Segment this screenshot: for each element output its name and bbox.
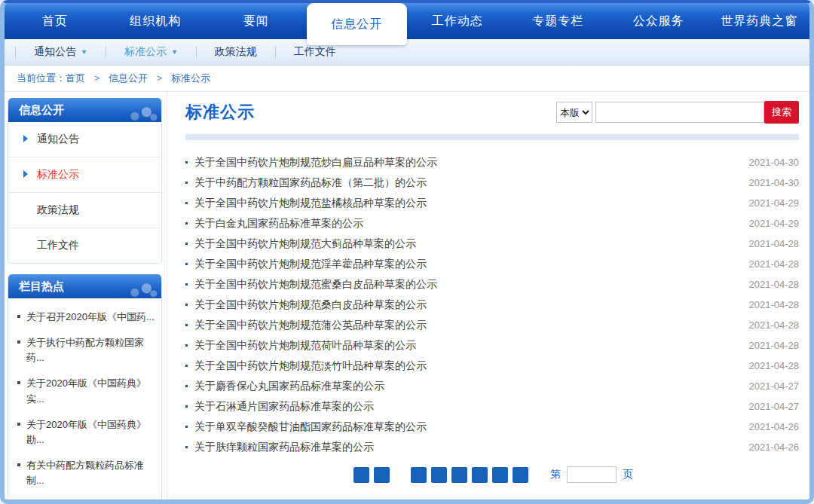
sub-nav-item-label: 标准公示	[124, 45, 167, 59]
sidebar-menu-item-label: 标准公示	[37, 168, 79, 180]
announcement-link[interactable]: 关于单双辛酸癸酸甘油酯国家药品标准草案的公示	[194, 420, 740, 434]
bullet-icon	[185, 405, 188, 408]
breadcrumb-link-current[interactable]: 标准公示	[171, 72, 210, 85]
announcement-link[interactable]: 关于全国中药饮片炮制规范荷叶品种草案的公示	[194, 339, 740, 353]
breadcrumb-separator: >	[94, 73, 99, 84]
pagination-button[interactable]	[472, 467, 488, 483]
announcement-link[interactable]: 关于中药配方颗粒国家药品标准（第二批）的公示	[194, 176, 740, 190]
sub-nav-item[interactable]: 标准公示 ▼	[106, 46, 196, 58]
announcement-date: 2021-04-28	[749, 299, 800, 310]
pagination-button[interactable]	[492, 467, 508, 483]
sidebar-menu-box: 信息公开 通知公告 标准公示 政策法规 工作文件	[8, 98, 162, 264]
announcement-link[interactable]: 关于全国中药饮片炮制规范蒲公英品种草案的公示	[194, 319, 740, 332]
sub-nav-item[interactable]: 通知公告 ▼	[15, 46, 106, 58]
hot-topic-link[interactable]: 有关中药配方颗粒药品标准制...	[16, 453, 157, 493]
bullet-icon	[185, 426, 188, 428]
header-separator	[185, 134, 799, 140]
announcement-date: 2021-04-27	[749, 380, 800, 392]
sidebar-menu-title: 信息公开	[8, 98, 161, 122]
sub-nav-item-label: 通知公告	[34, 45, 76, 59]
pagination: 第 页	[185, 466, 799, 483]
announcement-date: 2021-04-26	[749, 421, 800, 432]
arrow-right-icon	[23, 170, 28, 178]
announcement-row: 关于全国中药饮片炮制规范荷叶品种草案的公示 2021-04-28	[185, 335, 799, 356]
announcement-date: 2021-04-29	[749, 218, 800, 229]
bullet-icon	[185, 324, 188, 326]
announcement-link[interactable]: 关于全国中药饮片炮制规范淫羊藿品种草案的公示	[194, 258, 740, 271]
breadcrumb-link-info[interactable]: 信息公开	[109, 72, 148, 85]
pagination-button[interactable]	[451, 467, 467, 483]
top-nav-item[interactable]: 首页	[5, 3, 106, 39]
announcement-link[interactable]: 关于白金丸国家药品标准草案的公示	[194, 217, 740, 231]
search-scope-select[interactable]: 本版	[556, 102, 592, 123]
top-nav-item[interactable]: 要闻	[206, 3, 307, 39]
bullet-icon	[185, 283, 188, 286]
announcement-link[interactable]: 关于全国中药饮片炮制规范蜜桑白皮品种草案的公示	[194, 278, 740, 292]
hot-topic-link[interactable]: 关于2020年版《中国药典》勘...	[16, 412, 157, 453]
announcement-date: 2021-04-28	[749, 258, 800, 270]
announcement-link[interactable]: 关于全国中药饮片炮制规范大蓟品种草案的公示	[194, 237, 740, 251]
hot-topic-link[interactable]: 关于召开2020年版《中国药...	[16, 304, 157, 330]
search-input[interactable]	[595, 102, 764, 123]
sidebar-menu-item-label: 政策法规	[37, 203, 79, 215]
announcement-row: 关于全国中药饮片炮制规范淫羊藿品种草案的公示 2021-04-28	[185, 254, 799, 274]
bullet-icon	[185, 365, 188, 367]
announcement-row: 关于白金丸国家药品标准草案的公示 2021-04-29	[185, 213, 799, 234]
announcement-link[interactable]: 关于全国中药饮片炮制规范盐橘核品种草案的公示	[194, 197, 740, 210]
hot-topic-link[interactable]: 关于2020年版《中国药典》实...	[16, 371, 157, 411]
announcement-link[interactable]: 关于肤痒颗粒国家药品标准草案的公示	[194, 441, 740, 454]
announcement-link[interactable]: 关于全国中药饮片炮制规范桑白皮品种草案的公示	[194, 298, 740, 312]
hot-topic-label: 关于召开2020年版《中国药...	[26, 311, 155, 322]
sidebar: 信息公开 通知公告 标准公示 政策法规 工作文件	[5, 92, 167, 503]
top-nav-item-label: 首页	[42, 14, 68, 29]
browser-page: 首页 组织机构 要闻 信息公开 工作动态 专题专栏 公众服务 世界药典之窗 通知…	[0, 0, 814, 504]
top-nav-item[interactable]: 组织机构	[106, 3, 207, 39]
announcement-date: 2021-04-26	[749, 441, 800, 453]
top-nav-item[interactable]: 世界药典之窗	[709, 3, 810, 39]
sidebar-hot-box: 栏目热点 关于召开2020年版《中国药... 关于执行中药配方颗粒国家药... …	[8, 274, 162, 502]
jump-suffix-label: 页	[623, 468, 633, 481]
chevron-down-icon: ▼	[81, 48, 87, 56]
bullet-icon	[185, 161, 188, 163]
sidebar-menu-item[interactable]: 工作文件	[8, 228, 161, 263]
main-content: 标准公示 本版 搜索 关于全国中药饮片炮制规范炒白扁豆品种草案的公示 2021-…	[167, 92, 809, 503]
top-nav-item[interactable]: 公众服务	[608, 3, 709, 39]
bullet-icon	[185, 243, 188, 245]
page-jump-input[interactable]	[567, 466, 617, 483]
bullet-icon	[185, 446, 188, 448]
hot-topic-label: 关于执行中药配方颗粒国家药...	[26, 337, 144, 363]
search-button[interactable]: 搜索	[764, 101, 799, 124]
top-nav-item[interactable]: 信息公开	[307, 3, 408, 45]
pagination-button[interactable]	[353, 467, 369, 483]
sub-nav-item-label: 工作文件	[294, 45, 336, 59]
top-nav-item[interactable]: 工作动态	[407, 3, 508, 39]
pagination-button[interactable]	[374, 467, 390, 483]
announcement-date: 2021-04-29	[749, 197, 800, 209]
bullet-icon	[185, 222, 188, 225]
sidebar-menu-item[interactable]: 标准公示	[8, 157, 161, 193]
pagination-button[interactable]	[411, 467, 427, 483]
hot-topic-link[interactable]: 关于执行中药配方颗粒国家药...	[16, 330, 157, 371]
announcement-row: 关于全国中药饮片炮制规范大蓟品种草案的公示 2021-04-28	[185, 234, 799, 254]
sub-nav-item[interactable]: 政策法规	[196, 46, 275, 58]
pagination-button[interactable]	[431, 467, 447, 483]
announcement-row: 关于全国中药饮片炮制规范淡竹叶品种草案的公示 2021-04-28	[185, 356, 799, 376]
sub-nav-item[interactable]: 工作文件	[275, 46, 354, 58]
announcement-link[interactable]: 关于全国中药饮片炮制规范炒白扁豆品种草案的公示	[194, 156, 740, 170]
hot-topic-label: 有关中药配方颗粒药品标准制...	[26, 460, 144, 486]
announcement-row: 关于麝香保心丸国家药品标准草案的公示 2021-04-27	[185, 376, 799, 396]
top-nav-item[interactable]: 专题专栏	[508, 3, 609, 39]
bullet-icon	[185, 263, 188, 265]
announcement-link[interactable]: 关于全国中药饮片炮制规范淡竹叶品种草案的公示	[194, 359, 740, 373]
pagination-button[interactable]	[394, 467, 406, 483]
pagination-button[interactable]	[513, 467, 528, 483]
sidebar-menu-item[interactable]: 通知公告	[8, 122, 161, 157]
breadcrumb-link-home[interactable]: 首页	[66, 72, 85, 85]
jump-prefix-label: 第	[550, 468, 561, 481]
announcement-link[interactable]: 关于麝香保心丸国家药品标准草案的公示	[194, 380, 740, 393]
announcement-date: 2021-04-30	[749, 157, 800, 168]
sidebar-hot-title: 栏目热点	[8, 274, 161, 298]
announcement-link[interactable]: 关于石淋通片国家药品标准草案的公示	[194, 400, 740, 414]
sidebar-menu-item[interactable]: 政策法规	[8, 193, 161, 228]
bullet-icon	[185, 182, 188, 184]
